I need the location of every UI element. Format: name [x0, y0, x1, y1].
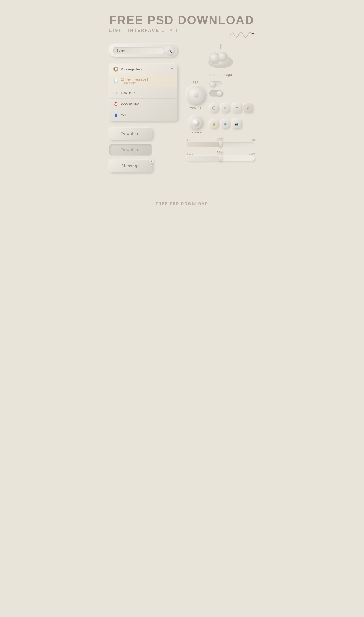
tray-icon: 🗃 — [235, 106, 238, 110]
wave-graphic — [228, 27, 255, 42]
slider-1-max: 1000 — [249, 138, 255, 141]
footer: FREE PSD DOWNLOAD — [109, 193, 255, 206]
toggles-icons-section: 🗃 ✓ 🔒 ⚙️ — [209, 81, 255, 134]
balance-label: Balance — [190, 131, 202, 134]
slider-2-track[interactable]: 50% — [187, 156, 255, 161]
menu-header-icon: 💬 — [113, 67, 118, 71]
toggle-1[interactable] — [209, 81, 223, 87]
settings-icon: ⚙️ — [223, 122, 227, 126]
lock-icon-btn[interactable]: 🔒 — [209, 119, 218, 128]
menu-item-text-download: Download — [121, 91, 135, 95]
volume-knob-wrap: Volume — [187, 81, 205, 109]
slider-1-min: 0.001 — [187, 138, 193, 141]
slider-2-thumb[interactable] — [219, 155, 221, 162]
camera-icon: 📷 — [235, 122, 238, 126]
menu-item-text-messages: 20 new message ! — [121, 78, 148, 81]
menu-item-text-working: Working time — [121, 102, 140, 106]
icon-buttons-row2: 🔒 ⚙️ 📷 — [209, 119, 255, 128]
slider-1-pct: 50% — [216, 137, 223, 140]
dropdown-arrow-icon: ▼ — [171, 68, 173, 71]
svg-point-1 — [252, 33, 254, 36]
sliders-section: 0.001 1000 50% 0.001 1000 — [187, 138, 255, 161]
knobs-section: Volume Balance — [187, 81, 205, 134]
menu-item-setup[interactable]: 👤 Setup — [109, 110, 177, 121]
circle-btn-1[interactable] — [209, 103, 218, 112]
menu-header-title: Message box — [121, 67, 142, 71]
check-icon: ✓ — [247, 106, 249, 110]
slider-2-pct: 50% — [216, 151, 223, 154]
user-icon: 👤 — [113, 113, 118, 118]
menu-item-text-setup: Setup — [121, 113, 130, 117]
message-button-wrap: Message 2 — [109, 160, 152, 172]
svg-point-8 — [224, 107, 226, 109]
download-button-2[interactable]: Download — [109, 144, 152, 156]
tick-marks — [193, 81, 198, 83]
cloud-icon — [204, 44, 238, 70]
svg-point-6 — [218, 52, 228, 62]
cloud-storage-section: Cloud storage — [187, 44, 255, 77]
circle-btn-2[interactable] — [221, 103, 230, 112]
search-input[interactable] — [113, 47, 164, 54]
menu-box: 💬 Message box ▼ 📄 20 new message ! -From… — [109, 64, 177, 121]
document-icon: 📄 — [113, 78, 118, 83]
menu-item-sub-messages: -From johnny — [121, 82, 148, 84]
footer-text: FREE PSD DOWNLOAD — [109, 202, 255, 206]
svg-point-7 — [212, 107, 215, 109]
clock-icon: ⏰ — [113, 102, 118, 107]
icon-buttons-row1: 🗃 ✓ — [209, 103, 255, 112]
main-title: FREE PSD DOWNLOAD — [109, 14, 255, 27]
page-container: FREE PSD DOWNLOAD LIGHT INTERFACE UI KIT… — [91, 0, 273, 219]
toggle-row-1 — [209, 81, 255, 87]
message-badge: 2 — [149, 158, 154, 163]
tray-icon-btn[interactable]: 🗃 — [232, 103, 241, 112]
slider-1-track[interactable]: 50% — [187, 142, 255, 147]
menu-item-download[interactable]: ⊞ Download — [109, 87, 177, 99]
toggle-thumb-2 — [217, 91, 222, 96]
grid-icon: ⊞ — [113, 90, 118, 96]
toggle-row-2 — [209, 90, 255, 96]
search-button[interactable]: 🔍 — [166, 46, 174, 55]
camera-icon-btn[interactable]: 📷 — [232, 119, 241, 128]
menu-item-messages[interactable]: 📄 20 new message ! -From johnny — [109, 74, 177, 87]
svg-point-3 — [220, 44, 221, 46]
knob-inner — [194, 93, 198, 97]
search-icon: 🔍 — [168, 49, 172, 53]
right-column: Cloud storage — [187, 44, 255, 179]
knob-pearl — [193, 120, 198, 125]
volume-label: Volume — [190, 106, 201, 109]
message-button[interactable]: Message — [109, 160, 152, 172]
chat-icon: 💬 — [114, 68, 117, 71]
search-bar: 🔍 — [109, 44, 177, 57]
menu-item-working-time[interactable]: ⏰ Working time — [109, 99, 177, 110]
balance-knob-wrap: Balance — [190, 116, 202, 134]
slider-1-thumb[interactable] — [219, 141, 221, 148]
knobs-controls-area: Volume Balance — [187, 81, 255, 134]
cloud-storage-label: Cloud storage — [209, 73, 232, 77]
slider-2-min: 0.001 — [187, 152, 193, 155]
settings-icon-btn[interactable]: ⚙️ — [221, 119, 230, 128]
toggle-thumb-1 — [210, 82, 215, 87]
left-column: 🔍 💬 Message box ▼ 📄 20 new message ! -F — [109, 44, 177, 179]
toggles-section — [209, 81, 255, 96]
slider-2-max: 1000 — [249, 152, 255, 155]
volume-knob[interactable] — [187, 86, 205, 104]
download-button-1[interactable]: Download — [109, 128, 152, 140]
toggle-2[interactable] — [209, 90, 223, 96]
main-layout: 🔍 💬 Message box ▼ 📄 20 new message ! -F — [109, 44, 255, 179]
check-icon-btn[interactable]: ✓ — [243, 103, 253, 112]
lock-icon: 🔒 — [212, 122, 216, 126]
balance-knob[interactable] — [190, 116, 202, 129]
slider-1-wrap: 0.001 1000 50% — [187, 138, 255, 147]
slider-2-fill: 50% — [187, 156, 221, 161]
slider-2-wrap: 0.001 1000 50% — [187, 152, 255, 161]
menu-header[interactable]: 💬 Message box ▼ — [109, 64, 177, 74]
slider-1-fill: 50% — [187, 142, 221, 147]
